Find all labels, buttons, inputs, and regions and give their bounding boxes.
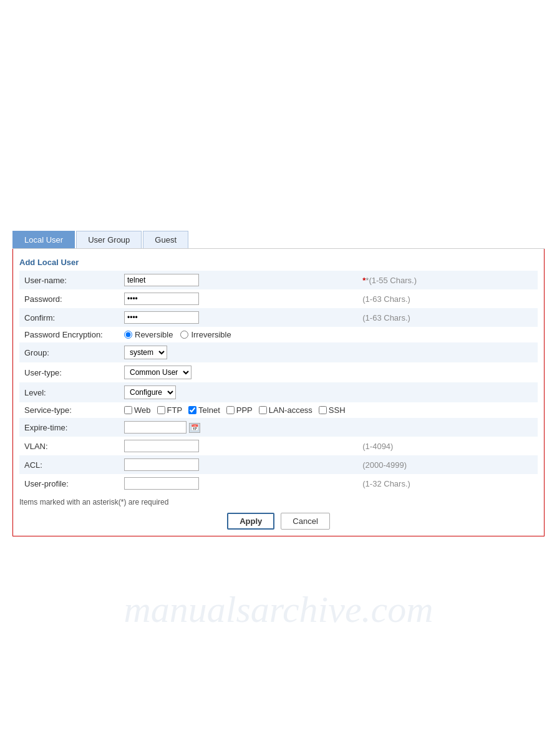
password-input[interactable] xyxy=(124,293,199,305)
password-encryption-row: Password Encryption: Reversible Irrevers… xyxy=(19,327,538,342)
group-select[interactable]: system xyxy=(124,346,167,359)
level-row: Level: Configure Monitor Visit xyxy=(19,382,538,402)
service-ftp-checkbox[interactable] xyxy=(157,406,165,414)
reversible-radio[interactable] xyxy=(124,331,132,339)
service-ppp-label[interactable]: PPP xyxy=(226,405,253,415)
user-profile-input[interactable] xyxy=(124,477,199,490)
service-ftp-label[interactable]: FTP xyxy=(157,405,183,415)
acl-input[interactable] xyxy=(124,458,199,471)
page-wrapper: Local User User Group Guest Add Local Us… xyxy=(0,218,557,549)
service-ssh-text: SSH xyxy=(329,405,346,415)
acl-row: ACL: (2000-4999) xyxy=(19,455,538,474)
group-value-cell: system xyxy=(119,342,538,362)
user-profile-value-cell xyxy=(119,474,357,493)
user-type-row: User-type: Common User Administrator xyxy=(19,362,538,382)
apply-button[interactable]: Apply xyxy=(227,513,274,530)
username-hint: **(1-55 Chars.) xyxy=(357,271,538,289)
vlan-row: VLAN: (1-4094) xyxy=(19,437,538,455)
irreversible-label-text: Irreversible xyxy=(191,330,231,339)
cancel-button[interactable]: Cancel xyxy=(281,513,329,530)
service-type-row: Service-type: Web FTP xyxy=(19,402,538,418)
form-container: Add Local User User-name: **(1-55 Chars.… xyxy=(12,249,545,536)
password-label: Password: xyxy=(19,289,119,308)
add-local-user-form: User-name: **(1-55 Chars.) Password: (1-… xyxy=(19,271,538,493)
service-telnet-label[interactable]: Telnet xyxy=(188,405,220,415)
confirm-row: Confirm: (1-63 Chars.) xyxy=(19,308,538,327)
level-value-cell: Configure Monitor Visit xyxy=(119,382,538,402)
service-telnet-checkbox[interactable] xyxy=(188,406,196,414)
button-row: Apply Cancel xyxy=(19,513,538,530)
service-web-label[interactable]: Web xyxy=(124,405,151,415)
user-type-select[interactable]: Common User Administrator xyxy=(124,366,191,379)
confirm-value-cell xyxy=(119,308,357,327)
user-type-value-cell: Common User Administrator xyxy=(119,362,538,382)
section-title: Add Local User xyxy=(19,258,538,267)
tabs-bar: Local User User Group Guest xyxy=(12,231,545,249)
username-value-cell xyxy=(119,271,357,289)
reversible-label-text: Reversible xyxy=(135,330,173,339)
password-hint: (1-63 Chars.) xyxy=(357,289,538,308)
password-encryption-value-cell: Reversible Irreversible xyxy=(119,327,538,342)
service-ppp-text: PPP xyxy=(236,405,253,415)
tab-local-user[interactable]: Local User xyxy=(12,231,75,248)
service-telnet-text: Telnet xyxy=(198,405,220,415)
service-type-value-cell: Web FTP Telnet xyxy=(119,402,538,418)
username-label: User-name: xyxy=(19,271,119,289)
reversible-radio-label[interactable]: Reversible xyxy=(124,330,173,339)
group-row: Group: system xyxy=(19,342,538,362)
acl-hint: (2000-4999) xyxy=(357,455,538,474)
required-note: Items marked with an asterisk(*) are req… xyxy=(19,498,538,506)
acl-value-cell xyxy=(119,455,357,474)
service-lan-access-text: LAN-access xyxy=(269,405,312,415)
vlan-hint: (1-4094) xyxy=(357,437,538,455)
service-web-checkbox[interactable] xyxy=(124,406,132,414)
tab-user-group[interactable]: User Group xyxy=(76,231,142,248)
vlan-input[interactable] xyxy=(124,440,199,452)
irreversible-radio[interactable] xyxy=(180,331,188,339)
confirm-hint: (1-63 Chars.) xyxy=(357,308,538,327)
group-label: Group: xyxy=(19,342,119,362)
confirm-input[interactable] xyxy=(124,311,199,324)
user-profile-label: User-profile: xyxy=(19,474,119,493)
password-value-cell xyxy=(119,289,357,308)
service-ssh-checkbox[interactable] xyxy=(319,406,327,414)
username-row: User-name: **(1-55 Chars.) xyxy=(19,271,538,289)
service-ssh-label[interactable]: SSH xyxy=(319,405,346,415)
tab-guest[interactable]: Guest xyxy=(143,231,188,248)
irreversible-radio-label[interactable]: Irreversible xyxy=(180,330,231,339)
service-lan-access-checkbox[interactable] xyxy=(259,406,267,414)
user-profile-row: User-profile: (1-32 Chars.) xyxy=(19,474,538,493)
user-type-label: User-type: xyxy=(19,362,119,382)
level-label: Level: xyxy=(19,382,119,402)
password-row: Password: (1-63 Chars.) xyxy=(19,289,538,308)
service-web-text: Web xyxy=(134,405,151,415)
calendar-icon[interactable]: 📅 xyxy=(189,423,200,433)
encryption-radio-group: Reversible Irreversible xyxy=(124,330,533,339)
vlan-value-cell xyxy=(119,437,357,455)
service-type-label: Service-type: xyxy=(19,402,119,418)
user-profile-hint: (1-32 Chars.) xyxy=(357,474,538,493)
username-input[interactable] xyxy=(124,274,199,286)
vlan-label: VLAN: xyxy=(19,437,119,455)
expire-time-value-cell: 📅 xyxy=(119,418,538,437)
service-type-checkbox-group: Web FTP Telnet xyxy=(124,405,533,415)
acl-label: ACL: xyxy=(19,455,119,474)
level-select[interactable]: Configure Monitor Visit xyxy=(124,385,176,399)
password-encryption-label: Password Encryption: xyxy=(19,327,119,342)
service-ftp-text: FTP xyxy=(167,405,183,415)
service-lan-access-label[interactable]: LAN-access xyxy=(259,405,312,415)
service-ppp-checkbox[interactable] xyxy=(226,406,235,414)
expire-time-input[interactable] xyxy=(124,421,186,434)
confirm-label: Confirm: xyxy=(19,308,119,327)
expire-time-row: Expire-time: 📅 xyxy=(19,418,538,437)
expire-time-label: Expire-time: xyxy=(19,418,119,437)
